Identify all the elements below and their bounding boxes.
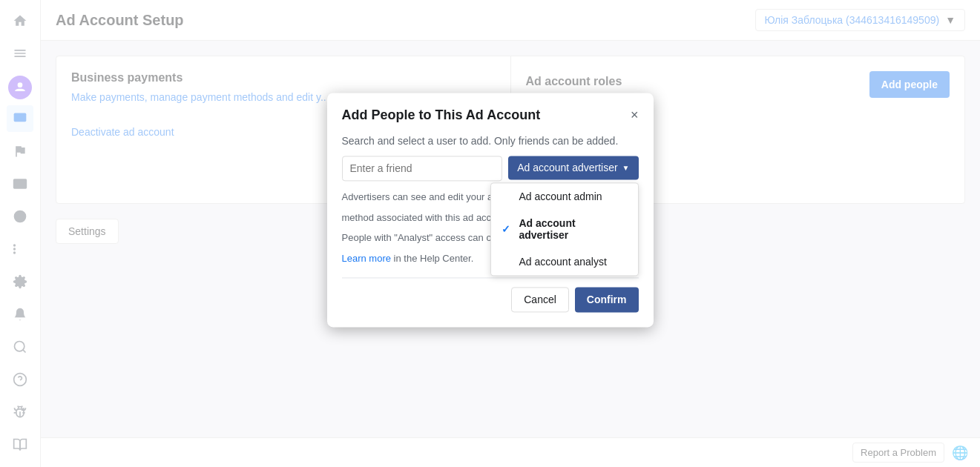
help-center-text: in the Help Center. (394, 253, 474, 264)
role-btn-label: Ad account advertiser (517, 162, 617, 173)
check-icon-admin (501, 191, 513, 202)
dropdown-item-analyst[interactable]: Ad account analyst (491, 248, 638, 275)
confirm-button[interactable]: Confirm (575, 287, 639, 312)
modal-title: Add People to This Ad Account (342, 107, 541, 123)
add-people-modal: Add People to This Ad Account × Search a… (327, 93, 654, 327)
modal-close-button[interactable]: × (631, 107, 639, 123)
role-selector-button[interactable]: Ad account advertiser ▼ (508, 156, 638, 179)
cancel-button[interactable]: Cancel (511, 287, 569, 312)
modal-description: Search and select a user to add. Only fr… (342, 135, 639, 147)
dropdown-item-analyst-label: Ad account analyst (519, 256, 607, 268)
friend-search-input[interactable] (342, 156, 503, 181)
role-selector-container: Ad account advertiser ▼ Ad account admin… (508, 156, 638, 181)
dropdown-caret-icon: ▼ (622, 164, 630, 172)
learn-more-link[interactable]: Learn more (342, 253, 391, 264)
role-dropdown: Ad account admin ✓ Ad account advertiser… (490, 182, 639, 276)
dropdown-item-admin-label: Ad account admin (519, 191, 602, 202)
modal-header: Add People to This Ad Account × (342, 107, 639, 123)
check-icon-analyst (501, 256, 513, 268)
dropdown-item-advertiser[interactable]: ✓ Ad account advertiser (491, 210, 638, 248)
dropdown-item-admin[interactable]: Ad account admin (491, 183, 638, 210)
check-icon-advertiser: ✓ (501, 223, 513, 235)
modal-divider (342, 277, 639, 278)
dropdown-item-advertiser-label: Ad account advertiser (519, 217, 627, 241)
input-role-row: Ad account advertiser ▼ Ad account admin… (342, 156, 639, 181)
modal-footer: Cancel Confirm (342, 287, 639, 312)
